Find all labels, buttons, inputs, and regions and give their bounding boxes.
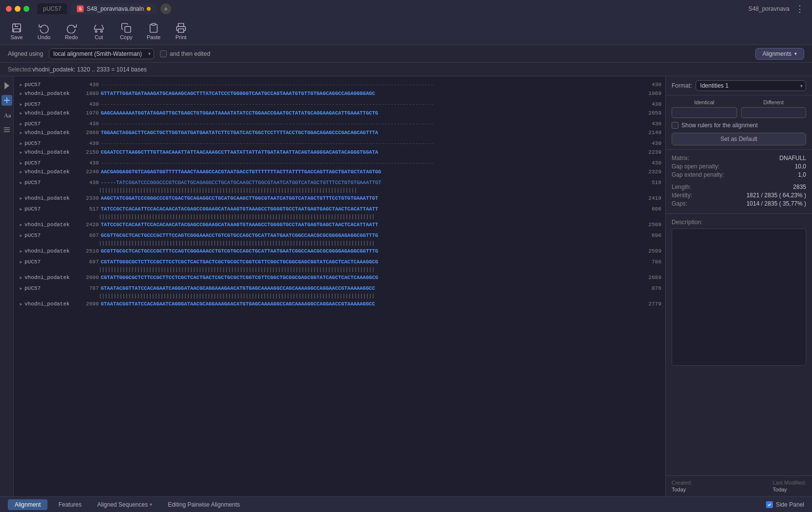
- seq-toggle-2[interactable]: ▶: [18, 101, 24, 108]
- seq-toggle-vh-7[interactable]: ▶: [18, 221, 24, 228]
- sequence-group-2: ▶ pUC57 430 ----------------------------…: [14, 100, 665, 117]
- tab-s48-label: S48_poravnava.dnaln: [87, 5, 144, 12]
- show-rulers-checkbox[interactable]: [672, 122, 678, 129]
- seq-toggle-3[interactable]: ▶: [18, 120, 24, 127]
- tab-editing[interactable]: Editing Pairwise Alignments: [161, 499, 247, 510]
- stat-gap-open: Gap open penalty: 10,0: [672, 163, 806, 170]
- seq-data-puc57-9: CGTATTGGGCGCTCTTCCGCTTCCTCGCTCACTGACTCGC…: [101, 259, 639, 265]
- seq-row-vh-3: ▶ vhodni_podatek 2060 TGGAACTAGGACTTCAGC…: [14, 128, 665, 137]
- seq-toggle-vh-1[interactable]: ▶: [18, 90, 24, 97]
- add-tab-button[interactable]: +: [160, 3, 171, 14]
- seq-toggle-7[interactable]: ▶: [18, 206, 24, 212]
- identity-row: Identical Different: [672, 99, 806, 118]
- side-panel-checkbox[interactable]: [766, 501, 773, 508]
- left-tool-text[interactable]: Aa: [1, 110, 12, 120]
- different-label: Different: [741, 99, 807, 105]
- sequence-area[interactable]: ▶ pUC57 430 ----------------------------…: [14, 76, 665, 496]
- sequence-group-8: ▶ pUC57 607 GCGTTGCGCTCACTGCCCGCTTTCCAGT…: [14, 231, 665, 256]
- left-tool-select[interactable]: [1, 95, 12, 106]
- seq-data-vh-7: TATCCGCTCACAATTCCACACAACATACGAGCCGGAAGCA…: [101, 222, 639, 228]
- seq-data-puc57-2: ----------------------------------------…: [101, 101, 639, 107]
- close-button[interactable]: [6, 6, 12, 12]
- description-box[interactable]: [672, 229, 806, 366]
- description-section: Description:: [666, 214, 812, 476]
- minimize-button[interactable]: [15, 6, 21, 12]
- seq-toggle-4[interactable]: ▶: [18, 140, 24, 147]
- seq-toggle-9[interactable]: ▶: [18, 258, 24, 265]
- seq-num-left-7: 517: [78, 206, 99, 212]
- seq-toggle-vh-3[interactable]: ▶: [18, 129, 24, 136]
- set-default-button[interactable]: Set as Default: [672, 133, 806, 145]
- seq-toggle-1[interactable]: ▶: [18, 81, 24, 88]
- seq-name-puc57-6: pUC57: [24, 180, 78, 186]
- redo-icon: [66, 23, 77, 33]
- seq-toggle-vh-2[interactable]: ▶: [18, 110, 24, 116]
- selected-bar: Selected: vhodni_podatek: 1320 .. 2333 =…: [0, 63, 812, 76]
- seq-data-vh-9: CGTATTGGGCGCTCTTCCGCTTCCTCGCTCACTGACTCGC…: [101, 275, 639, 280]
- seq-name-vh-7: vhodni_podatek: [24, 222, 78, 228]
- then-edited-checkbox[interactable]: [160, 50, 167, 57]
- seq-toggle-vh-4[interactable]: ▶: [18, 149, 24, 156]
- svg-point-1: [95, 30, 97, 32]
- window-controls: [6, 6, 29, 12]
- selected-label: Selected:: [8, 66, 32, 73]
- seq-num-left-6: 430: [78, 180, 99, 186]
- seq-row-puc57-7: ▶ pUC57 517 TATCCGCTCACAATTCCACACAACATAC…: [14, 205, 665, 213]
- seq-name-puc57-3: pUC57: [24, 121, 78, 127]
- seq-num-left-vh-9: 2600: [78, 275, 99, 280]
- tab-puc57[interactable]: pUC57: [37, 3, 67, 14]
- alignments-button[interactable]: Alignments ▾: [755, 48, 804, 60]
- seq-num-right-8: 696: [641, 233, 661, 238]
- sequence-group-1: ▶ pUC57 430 ----------------------------…: [14, 80, 665, 98]
- left-tool-arrow[interactable]: [1, 80, 12, 91]
- left-tool-lines[interactable]: [1, 124, 12, 135]
- seq-toggle-5[interactable]: ▶: [18, 160, 24, 166]
- redo-button[interactable]: Redo: [63, 23, 80, 40]
- copy-button[interactable]: Copy: [117, 23, 135, 40]
- paste-button[interactable]: Paste: [145, 23, 162, 40]
- seq-name-vh-2: vhodni_podatek: [24, 110, 78, 116]
- tab-aligned-sequences[interactable]: Aligned Sequences ▾: [92, 499, 157, 510]
- seq-toggle-vh-10[interactable]: ▶: [18, 301, 24, 307]
- last-modified-label: Last Modified:: [773, 480, 806, 486]
- identical-label: Identical: [672, 99, 737, 105]
- seq-toggle-vh-6[interactable]: ▶: [18, 195, 24, 202]
- seq-toggle-vh-9[interactable]: ▶: [18, 274, 24, 281]
- tab-s48[interactable]: S S48_poravnava.dnaln: [71, 3, 157, 14]
- alignment-method-select[interactable]: local alignment (Smith-Waterman): [49, 48, 154, 59]
- seq-toggle-vh-5[interactable]: ▶: [18, 168, 24, 175]
- tab-features[interactable]: Features: [51, 499, 88, 510]
- seq-num-right-vh-10: 2779: [641, 301, 661, 307]
- different-color-box[interactable]: [741, 107, 807, 118]
- bottom-bar: Alignment Features Aligned Sequences ▾ E…: [0, 496, 812, 512]
- seq-num-right-vh-7: 2509: [641, 222, 661, 228]
- save-button[interactable]: Save: [8, 23, 25, 40]
- gap-open-value: 10,0: [795, 163, 806, 170]
- seq-toggle-6[interactable]: ▶: [18, 179, 24, 186]
- seq-data-puc57-3: ----------------------------------------…: [101, 121, 639, 127]
- maximize-button[interactable]: [23, 6, 29, 12]
- format-select[interactable]: Identities 1: [696, 80, 806, 91]
- print-icon: [176, 23, 186, 33]
- identical-color-box[interactable]: [672, 107, 737, 118]
- created-label: Created:: [672, 480, 692, 486]
- matrix-label: Matrix:: [672, 155, 689, 162]
- svg-rect-3: [125, 26, 131, 32]
- seq-row-vh-4: ▶ vhodni_podatek 2150 CGAATCCTTAAGGCTTTG…: [14, 148, 665, 157]
- seq-toggle-10[interactable]: ▶: [18, 285, 24, 292]
- format-select-wrapper[interactable]: Identities 1: [696, 80, 806, 91]
- print-button[interactable]: Print: [172, 23, 190, 40]
- seq-toggle-vh-8[interactable]: ▶: [18, 248, 24, 255]
- cut-button[interactable]: Cut: [90, 23, 108, 40]
- seq-name-vh-3: vhodni_podatek: [24, 130, 78, 136]
- more-options-button[interactable]: ⋮: [793, 3, 806, 14]
- seq-toggle-8[interactable]: ▶: [18, 232, 24, 239]
- undo-button[interactable]: Undo: [35, 23, 53, 40]
- seq-num-left-4: 430: [78, 140, 99, 146]
- seq-data-vh-2: GAGCAAAAAAATGGTATAGAGTTGCTGAGCTGTGGAATAA…: [101, 110, 639, 116]
- tab-alignment[interactable]: Alignment: [8, 499, 47, 510]
- seq-num-right-vh-3: 2149: [641, 130, 661, 136]
- alignment-method-wrapper[interactable]: local alignment (Smith-Waterman): [49, 48, 154, 59]
- seq-num-left-5: 430: [78, 160, 99, 166]
- seq-num-right-3: 430: [641, 121, 661, 127]
